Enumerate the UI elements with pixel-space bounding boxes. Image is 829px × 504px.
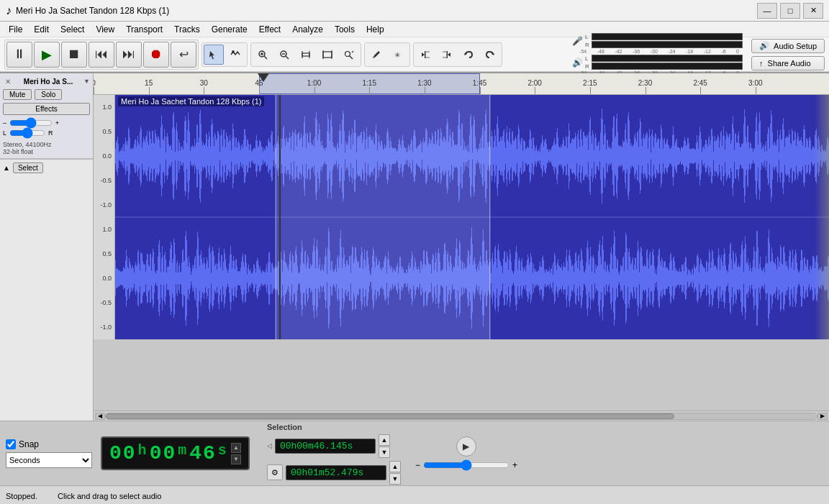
speaker-icon: 🔊 bbox=[572, 58, 583, 68]
scroll-track[interactable] bbox=[105, 413, 817, 420]
menu-tracks[interactable]: Tracks bbox=[168, 23, 206, 36]
selection-tool-button[interactable] bbox=[204, 45, 224, 65]
track-header: ✕ Meri Ho Ja S... ▼ Mute Solo Effects – … bbox=[0, 73, 93, 159]
timeline-area: 01530451:001:151:301:452:002:152:302:453… bbox=[94, 73, 829, 421]
share-audio-button[interactable]: ↑ Share Audio bbox=[751, 56, 825, 70]
menu-file[interactable]: File bbox=[3, 23, 28, 36]
time-up-button[interactable]: ▲ bbox=[231, 443, 241, 453]
audio-setup-button[interactable]: 🔊 Audio Setup bbox=[751, 39, 825, 53]
status-bar: Stopped. Click and drag to select audio bbox=[0, 485, 829, 504]
track-dropdown-icon[interactable]: ▼ bbox=[83, 78, 90, 85]
maximize-button[interactable]: □ bbox=[780, 3, 800, 19]
trim-right-button[interactable] bbox=[437, 45, 457, 65]
scroll-right-arrow[interactable]: ▶ bbox=[817, 413, 828, 420]
zoom-toggle-button[interactable] bbox=[339, 45, 359, 65]
sel-start-down[interactable]: ▼ bbox=[379, 446, 390, 458]
ruler-label-2:30: 2:30 bbox=[638, 79, 652, 87]
ruler-label-1:45: 1:45 bbox=[473, 79, 486, 87]
fit-selection-button[interactable] bbox=[296, 45, 316, 65]
zoom-group bbox=[250, 42, 361, 67]
menu-transport[interactable]: Transport bbox=[120, 23, 168, 36]
menu-generate[interactable]: Generate bbox=[206, 23, 253, 36]
record-button[interactable]: ⏺ bbox=[143, 42, 169, 68]
select-button[interactable]: Select bbox=[13, 162, 43, 173]
stop-button[interactable]: ⏹ bbox=[61, 42, 87, 68]
collapse-button[interactable]: ▲ bbox=[3, 164, 10, 172]
time-seconds: 46 bbox=[189, 442, 217, 464]
track-close-button[interactable]: ✕ bbox=[3, 76, 13, 86]
transport-group: ⏸ ▶ ⏹ ⏮ ⏭ ⏺ ↩ bbox=[4, 40, 199, 70]
time-down-button[interactable]: ▼ bbox=[231, 454, 241, 464]
gain-slider[interactable] bbox=[9, 118, 53, 128]
mic-icon: 🎤 bbox=[572, 36, 583, 46]
time-s-label: s bbox=[218, 442, 228, 464]
snap-row: Snap bbox=[6, 439, 92, 449]
selection-label: Selection bbox=[267, 423, 401, 431]
sel-end-spinners: ▲ ▼ bbox=[389, 461, 401, 485]
ruler[interactable]: 01530451:001:151:301:452:002:152:302:453… bbox=[94, 73, 829, 95]
y-label-1.0-b: 1.0 bbox=[102, 226, 112, 233]
envelope-tool-button[interactable] bbox=[225, 45, 245, 65]
snap-dropdown[interactable]: Seconds Milliseconds Beats Measures Off bbox=[6, 452, 92, 468]
waveform-wrapper: 1.0 0.5 0.0 -0.5 -1.0 1.0 0.5 0.0 -0.5 -… bbox=[94, 95, 829, 339]
sel-start-icon: ◁ bbox=[267, 442, 272, 449]
ruler-label-15: 15 bbox=[145, 79, 153, 87]
ruler-tick-1:15 bbox=[369, 87, 370, 94]
menu-effect[interactable]: Effect bbox=[253, 23, 286, 36]
trim-left-button[interactable] bbox=[415, 45, 435, 65]
pause-button[interactable]: ⏸ bbox=[6, 42, 32, 68]
playhead bbox=[279, 95, 281, 339]
menu-help[interactable]: Help bbox=[361, 23, 390, 36]
record-L-label: L bbox=[585, 34, 591, 40]
sel-start-up[interactable]: ▲ bbox=[379, 434, 390, 446]
multi-tool-button[interactable]: ✳ bbox=[388, 45, 408, 65]
minimize-button[interactable]: — bbox=[757, 3, 777, 19]
menu-edit[interactable]: Edit bbox=[28, 23, 55, 36]
menu-view[interactable]: View bbox=[90, 23, 120, 36]
solo-button[interactable]: Solo bbox=[35, 89, 62, 100]
waveform-canvas[interactable] bbox=[115, 95, 829, 339]
sel-end-down[interactable]: ▼ bbox=[389, 473, 401, 485]
redo-button[interactable] bbox=[480, 45, 500, 65]
sel-settings-button[interactable]: ⚙ bbox=[267, 464, 283, 480]
undo-button[interactable] bbox=[458, 45, 479, 65]
scroll-left-arrow[interactable]: ◀ bbox=[95, 413, 105, 420]
zoom-in-button[interactable] bbox=[253, 45, 273, 65]
speed-slider[interactable] bbox=[423, 459, 509, 471]
playback-play-button[interactable]: ▶ bbox=[456, 436, 476, 457]
effects-button[interactable]: Effects bbox=[3, 103, 90, 115]
right-fade-handle[interactable] bbox=[815, 95, 829, 339]
ruler-tick-1:45 bbox=[480, 87, 481, 94]
y-label-0.5-b: 0.5 bbox=[102, 250, 112, 257]
selection-section: Selection ◁ 00h00m46.145s ▲ ▼ ⚙ 00h01m52… bbox=[267, 423, 401, 485]
mute-button[interactable]: Mute bbox=[3, 89, 32, 100]
track-waveform-bg[interactable]: Meri Ho Ja Sachet Tandon 128 Kbps (1) bbox=[115, 95, 829, 339]
menu-tools[interactable]: Tools bbox=[329, 23, 361, 36]
close-button[interactable]: ✕ bbox=[803, 3, 823, 19]
snap-checkbox[interactable] bbox=[6, 439, 16, 449]
ruler-tick-2:30 bbox=[645, 87, 646, 94]
record-R-bar bbox=[592, 41, 743, 48]
svg-rect-8 bbox=[302, 53, 309, 56]
play-L-bar bbox=[592, 55, 743, 62]
tracks-container[interactable]: 1.0 0.5 0.0 -0.5 -1.0 1.0 0.5 0.0 -0.5 -… bbox=[94, 95, 829, 411]
menu-select[interactable]: Select bbox=[55, 23, 90, 36]
sel-end-up[interactable]: ▲ bbox=[389, 461, 401, 472]
zoom-out-button[interactable] bbox=[274, 45, 294, 65]
menu-analyze[interactable]: Analyze bbox=[286, 23, 329, 36]
play-button[interactable]: ▶ bbox=[34, 42, 60, 68]
rewind-button[interactable]: ⏮ bbox=[89, 42, 114, 68]
play-R-row: R bbox=[585, 63, 743, 70]
horizontal-scrollbar[interactable]: ◀ ▶ bbox=[94, 411, 829, 421]
fastforward-button[interactable]: ⏭ bbox=[116, 42, 142, 68]
fit-project-button[interactable] bbox=[317, 45, 338, 65]
scroll-thumb[interactable] bbox=[106, 413, 674, 419]
svg-point-0 bbox=[232, 50, 235, 53]
draw-tool-button[interactable] bbox=[366, 45, 386, 65]
main-area: ✕ Meri Ho Ja S... ▼ Mute Solo Effects – … bbox=[0, 73, 829, 421]
speed-slider-row: − + bbox=[415, 459, 517, 471]
pan-slider[interactable] bbox=[9, 128, 45, 138]
ruler-tick-3:00 bbox=[756, 87, 756, 94]
loop-button[interactable]: ↩ bbox=[171, 42, 196, 68]
time-spinners: ▲ ▼ bbox=[231, 442, 241, 464]
